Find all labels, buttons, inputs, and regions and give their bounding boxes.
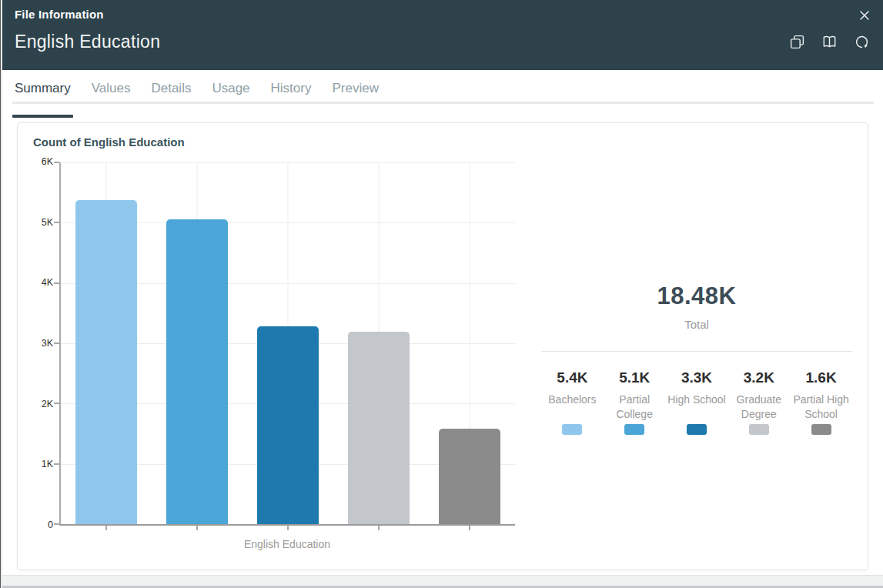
stats-panel: 18.48K Total 5.4KBachelors5.1KPartial Co… xyxy=(526,162,852,550)
tab-summary[interactable]: Summary xyxy=(15,80,71,107)
bar-graduate-degree[interactable] xyxy=(348,332,410,524)
refresh-button[interactable] xyxy=(852,32,871,52)
chart-title: Count of English Education xyxy=(33,135,852,149)
bar-high-school[interactable] xyxy=(257,326,319,524)
legend-label: Graduate Degree xyxy=(727,393,790,423)
plot-row: 01K2K3K4K5K6K xyxy=(33,162,526,526)
dialog-title-row: File Information xyxy=(2,0,883,22)
legend-value: 5.4K xyxy=(557,369,587,386)
entity-title: English Education xyxy=(15,32,160,52)
tab-history[interactable]: History xyxy=(271,80,312,107)
tab-preview[interactable]: Preview xyxy=(332,80,378,107)
y-axis-tick xyxy=(54,523,59,525)
y-axis-tick-label: 3K xyxy=(42,338,53,349)
x-axis-tick xyxy=(105,526,107,530)
legend-value: 5.1K xyxy=(619,369,650,386)
tab-bar: Summary Values Details Usage History Pre… xyxy=(2,70,883,107)
legend-value: 3.2K xyxy=(744,369,774,386)
legend-swatch-bachelors xyxy=(562,424,582,435)
dialog-header: File Information English Education xyxy=(2,0,883,70)
y-axis-tick-label: 5K xyxy=(42,217,53,228)
bar-partial-high-school[interactable] xyxy=(439,429,500,524)
tab-usage[interactable]: Usage xyxy=(212,80,249,107)
tab-values[interactable]: Values xyxy=(92,80,131,107)
y-axis: 01K2K3K4K5K6K xyxy=(33,162,59,526)
x-axis-tick xyxy=(378,526,380,530)
y-axis-tick-label: 4K xyxy=(42,278,53,289)
refresh-icon xyxy=(853,33,871,51)
summary-card: Count of English Education 01K2K3K4K5K6K… xyxy=(17,122,868,570)
dialog-title: File Information xyxy=(15,8,104,21)
window-bottom-edge xyxy=(0,575,883,588)
y-axis-tick-label: 1K xyxy=(42,459,53,470)
bar-partial-college[interactable] xyxy=(166,219,228,524)
plot-area xyxy=(59,162,515,526)
legend-label: Bachelors xyxy=(548,393,596,423)
card-body: 01K2K3K4K5K6K English Education 18.48K T… xyxy=(33,162,852,550)
stats-divider xyxy=(541,351,852,352)
legend-value: 1.6K xyxy=(806,369,837,386)
y-axis-tick xyxy=(54,162,59,163)
file-information-dialog: File Information English Education xyxy=(2,0,883,570)
close-icon xyxy=(857,8,872,23)
bar-bachelors[interactable] xyxy=(75,200,137,524)
legend: 5.4KBachelors5.1KPartial College3.3KHigh… xyxy=(541,369,852,435)
legend-swatch-partial-college xyxy=(624,424,644,435)
x-axis-tick xyxy=(469,526,470,530)
total-label: Total xyxy=(541,318,852,331)
x-axis-tick xyxy=(287,526,289,530)
legend-swatch-graduate-degree xyxy=(749,424,769,435)
legend-item-bachelors: 5.4KBachelors xyxy=(541,369,604,435)
y-axis-tick xyxy=(54,222,59,223)
x-axis-tick xyxy=(196,526,198,530)
legend-label: Partial College xyxy=(604,393,666,423)
bar-chart: 01K2K3K4K5K6K English Education xyxy=(33,162,526,550)
y-axis-tick xyxy=(54,403,59,404)
duplicate-icon xyxy=(788,33,806,51)
book-icon xyxy=(821,33,838,51)
duplicate-button[interactable] xyxy=(788,32,807,52)
summary-tab-content: Count of English Education 01K2K3K4K5K6K… xyxy=(2,122,883,570)
y-axis-tick xyxy=(54,282,59,284)
glossary-button[interactable] xyxy=(820,32,839,52)
legend-label: Partial High School xyxy=(790,393,852,423)
x-axis-title: English Education xyxy=(59,538,515,550)
y-axis-tick xyxy=(54,342,59,344)
y-axis-tick-label: 0 xyxy=(48,520,53,530)
tab-details[interactable]: Details xyxy=(151,80,191,107)
window-edge-light xyxy=(1,0,2,588)
y-axis-tick-label: 2K xyxy=(42,399,53,409)
legend-item-graduate-degree: 3.2KGraduate Degree xyxy=(727,369,790,435)
close-button[interactable] xyxy=(855,5,875,25)
legend-swatch-partial-high-school xyxy=(811,424,831,435)
entity-title-row: English Education xyxy=(2,22,883,62)
y-axis-tick-label: 6K xyxy=(42,156,53,167)
header-actions xyxy=(788,32,871,52)
legend-item-partial-college: 5.1KPartial College xyxy=(604,369,666,435)
legend-item-high-school: 3.3KHigh School xyxy=(666,369,728,435)
legend-label: High School xyxy=(667,393,726,423)
legend-item-partial-high-school: 1.6KPartial High School xyxy=(790,369,852,435)
legend-value: 3.3K xyxy=(681,369,712,386)
y-axis-tick xyxy=(54,463,59,465)
legend-swatch-high-school xyxy=(687,424,707,435)
total-value: 18.48K xyxy=(541,282,852,310)
